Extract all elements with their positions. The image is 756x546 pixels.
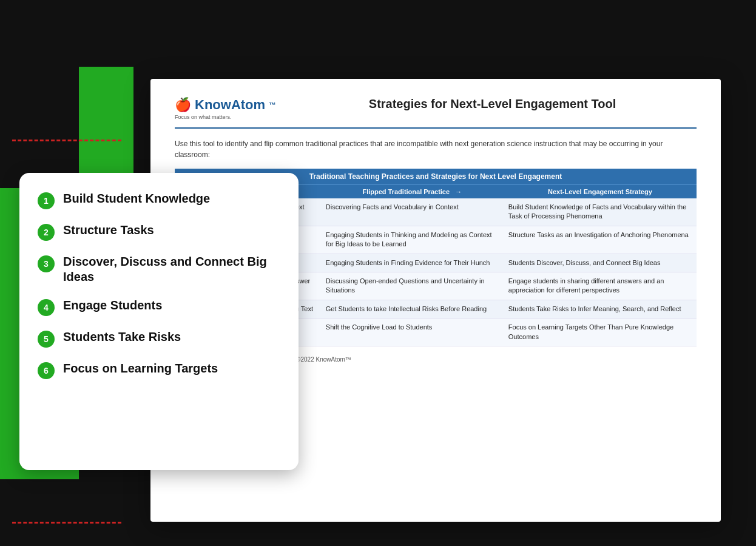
sidebar-item-number: 5 <box>38 331 55 348</box>
sidebar-item-label: Engage Students <box>63 298 162 313</box>
doc-description: Use this tool to identify and flip commo… <box>175 138 697 160</box>
logo-text: KnowAtom <box>195 97 265 113</box>
sidebar-item: 6Focus on Learning Targets <box>38 361 280 379</box>
sidebar-item-label: Students Take Risks <box>63 329 181 345</box>
sidebar-item: 5Students Take Risks <box>38 329 280 348</box>
next-cell: Students Discover, Discuss, and Connect … <box>504 254 697 272</box>
sidebar-item: 2Structure Tasks <box>38 223 280 241</box>
bg-red-dashes-bottom <box>12 522 121 524</box>
sidebar-item-label: Discover, Discuss and Connect Big Ideas <box>63 254 280 285</box>
sidebar-item: 4Engage Students <box>38 298 280 316</box>
sidebar-item-number: 2 <box>38 224 55 241</box>
sidebar-card: 1Build Student Knowledge2Structure Tasks… <box>19 173 299 470</box>
next-cell: Build Student Knowledge of Facts and Voc… <box>504 198 697 226</box>
sidebar-item-number: 6 <box>38 362 55 379</box>
sidebar-item: 3Discover, Discuss and Connect Big Ideas <box>38 254 280 285</box>
flip-cell: Engaging Students in Thinking and Modeli… <box>321 226 504 254</box>
bg-red-dashes-top <box>12 140 121 141</box>
sidebar-item: 1Build Student Knowledge <box>38 191 280 209</box>
flip-cell: Discovering Facts and Vocabulary in Cont… <box>321 198 504 226</box>
sidebar-item-number: 1 <box>38 192 55 209</box>
sidebar-item-label: Structure Tasks <box>63 223 154 238</box>
flip-cell: Shift the Cognitive Load to Students <box>321 318 504 346</box>
doc-title: Strategies for Next-Level Engagement Too… <box>276 97 697 111</box>
next-cell: Engage students in sharing different ans… <box>504 272 697 300</box>
flip-cell: Get Students to take Intellectual Risks … <box>321 300 504 318</box>
col-next-header: Next-Level Engagement Strategy <box>504 185 697 199</box>
next-cell: Structure Tasks as an Investigation of A… <box>504 226 697 254</box>
flip-cell: Engaging Students in Finding Evidence fo… <box>321 254 504 272</box>
logo-tagline: Focus on what matters. <box>175 114 232 120</box>
next-cell: Students Take Risks to Infer Meaning, Se… <box>504 300 697 318</box>
sidebar-item-number: 4 <box>38 299 55 316</box>
sidebar-item-number: 3 <box>38 255 55 272</box>
logo-apple-icon: 🍎 <box>175 97 191 113</box>
flip-cell: Discussing Open-ended Questions and Unce… <box>321 272 504 300</box>
sidebar-item-label: Build Student Knowledge <box>63 191 210 206</box>
bg-black-overlay <box>0 67 79 188</box>
col-flip-header: Flipped Traditional Practice → <box>321 185 504 199</box>
logo-area: 🍎 KnowAtom ™ Focus on what matters. <box>175 97 276 120</box>
sidebar-item-label: Focus on Learning Targets <box>63 361 218 376</box>
next-cell: Focus on Learning Targets Other Than Pur… <box>504 318 697 346</box>
doc-header: 🍎 KnowAtom ™ Focus on what matters. Stra… <box>175 97 697 129</box>
